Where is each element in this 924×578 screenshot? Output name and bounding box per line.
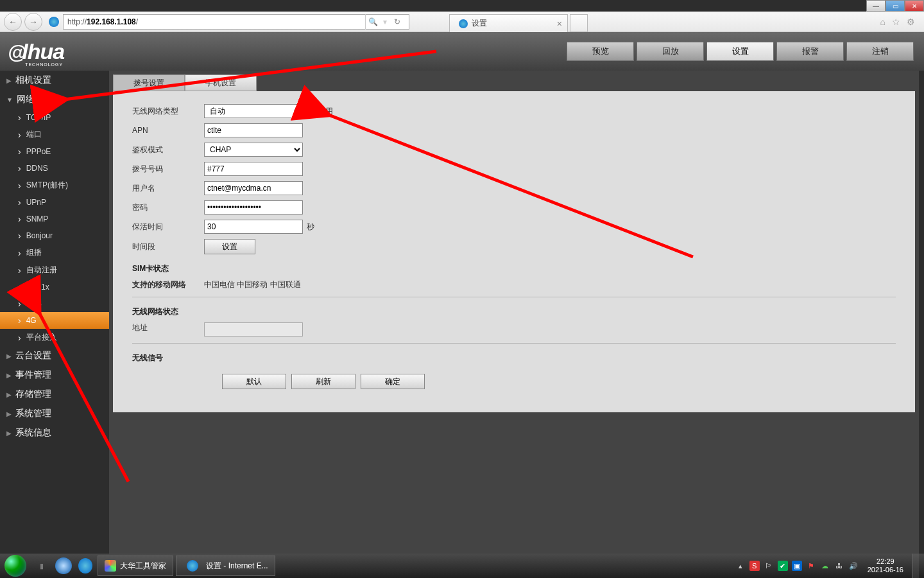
sidebar-item-802.1x[interactable]: 802.1x (0, 279, 109, 295)
taskbar-separator: ▮ (31, 555, 53, 577)
keep-label: 保活时间 (132, 222, 204, 232)
topnav-2[interactable]: 设置 (706, 42, 774, 61)
dial-input[interactable] (204, 162, 303, 176)
auth-select[interactable]: CHAP (204, 143, 303, 157)
sidebar-group-5[interactable]: ▶系统管理 (0, 404, 109, 423)
nav-back-button[interactable]: ← (4, 13, 22, 31)
tray-net-icon[interactable]: 🖧 (834, 561, 844, 571)
tray-sogou-icon[interactable]: S (749, 561, 760, 571)
time-set-button[interactable]: 设置 (204, 239, 255, 254)
task-app2-label: 设置 - Internet E... (206, 561, 268, 572)
tray-up-icon[interactable]: ▴ (735, 561, 746, 571)
sidebar-item-Bonjour[interactable]: Bonjour (0, 227, 109, 244)
url-suffix: / (136, 17, 138, 26)
sidebar-group-1[interactable]: ▼网络设置 (0, 90, 109, 109)
tray-pin-icon[interactable]: ⚑ (806, 561, 816, 571)
gear-icon[interactable]: ⚙ (907, 17, 915, 27)
topnav-1[interactable]: 回放 (637, 42, 704, 61)
tray-action-icon[interactable]: 🏳 (764, 561, 774, 571)
tray-blue-icon[interactable]: ▣ (792, 561, 802, 571)
tray-shield-icon[interactable]: ✔ (778, 561, 788, 571)
maximize-icon: ▭ (893, 3, 898, 10)
keep-unit: 秒 (307, 222, 314, 232)
dahua-logo: lhuaTECHNOLOGY (8, 39, 64, 64)
clock-date: 2021-06-16 (868, 566, 903, 574)
window-minimize-button[interactable]: — (866, 0, 886, 12)
sidebar-item-4G[interactable]: 4G (0, 312, 109, 329)
task-app2[interactable]: 设置 - Internet E... (176, 556, 275, 576)
sidebar-item-UPnP[interactable]: UPnP (0, 194, 109, 211)
tab-close-button[interactable]: × (557, 19, 562, 29)
default-button[interactable]: 默认 (222, 374, 286, 389)
minimize-icon: — (873, 3, 879, 10)
topnav-3[interactable]: 报警 (776, 42, 844, 61)
supported-net-label: 支持的移动网络 (132, 279, 204, 290)
home-icon[interactable]: ⌂ (880, 17, 886, 27)
sidebar-item-QoS[interactable]: QoS (0, 295, 109, 312)
sidebar-item-端口[interactable]: 端口 (0, 126, 109, 143)
new-tab-button[interactable] (570, 14, 588, 32)
net-type-select[interactable]: 自动 (204, 104, 303, 118)
sidebar-item-SNMP[interactable]: SNMP (0, 211, 109, 227)
sim-status-title: SIM卡状态 (132, 263, 896, 274)
sidebar-item-DDNS[interactable]: DDNS (0, 160, 109, 177)
signal-title: 无线信号 (132, 353, 896, 363)
clock-time: 22:29 (868, 557, 903, 566)
sidebar-item-自动注册[interactable]: 自动注册 (0, 261, 109, 279)
addr-label: 地址 (132, 322, 204, 337)
windows-orb-icon (4, 555, 26, 577)
tab-title: 设置 (472, 18, 487, 29)
sidebar-item-平台接入[interactable]: 平台接入 (0, 329, 109, 346)
sidebar-group-2[interactable]: ▶云台设置 (0, 346, 109, 365)
apn-input[interactable] (204, 123, 303, 137)
sidebar: ▶相机设置▼网络设置TCP/IP端口PPPoEDDNSSMTP(邮件)UPnPS… (0, 71, 109, 554)
browser-quick-icon[interactable] (53, 555, 74, 577)
search-icon[interactable]: 🔍 (365, 14, 381, 30)
browser-tab[interactable]: 设置 × (449, 14, 568, 32)
sidebar-group-0[interactable]: ▶相机设置 (0, 71, 109, 90)
sidebar-group-4[interactable]: ▶存储管理 (0, 385, 109, 404)
settings-panel: 无线网络类型 自动 启用 APN 鉴权模式CHAP 拨号号码 用户名 密码 保活… (113, 91, 915, 412)
tray-vol-icon[interactable]: 🔊 (848, 561, 859, 571)
auth-label: 鉴权模式 (132, 144, 204, 155)
supported-net-value: 中国电信 中国移动 中国联通 (204, 279, 301, 290)
addr-value (204, 322, 303, 337)
show-desktop-button[interactable] (912, 554, 919, 578)
enable-label: 启用 (318, 106, 333, 117)
tray-wechat-icon[interactable]: ☁ (820, 561, 830, 571)
sidebar-group-3[interactable]: ▶事件管理 (0, 365, 109, 385)
taskbar: ▮ 大华工具管家 设置 - Internet E... ▴ S 🏳 ✔ ▣ ⚑ … (0, 554, 924, 578)
sidebar-group-6[interactable]: ▶系统信息 (0, 423, 109, 442)
content-tab-1[interactable]: 手机设置 (185, 74, 257, 91)
content-tab-0[interactable]: 拨号设置 (113, 74, 185, 91)
url-prefix: http:// (67, 17, 87, 26)
apn-label: APN (132, 126, 204, 135)
ie-icon (49, 17, 59, 27)
app-header: lhuaTECHNOLOGY 预览回放设置报警注销 (0, 32, 924, 71)
enable-checkbox[interactable] (306, 107, 315, 116)
window-close-button[interactable]: ✕ (905, 0, 924, 12)
nav-forward-button[interactable]: → (24, 13, 42, 31)
start-button[interactable] (0, 554, 31, 578)
ie-icon (459, 19, 468, 28)
topnav-0[interactable]: 预览 (567, 42, 634, 61)
time-label: 时间段 (132, 241, 204, 252)
pass-input[interactable] (204, 200, 303, 215)
refresh-icon[interactable]: ↻ (389, 14, 405, 30)
refresh-button[interactable]: 刷新 (291, 374, 355, 389)
ok-button[interactable]: 确定 (361, 374, 425, 389)
sidebar-item-SMTP(邮件)[interactable]: SMTP(邮件) (0, 177, 109, 194)
main-content: 拨号设置手机设置 无线网络类型 自动 启用 APN 鉴权模式CHAP 拨号号码 … (109, 71, 919, 554)
sidebar-item-PPPoE[interactable]: PPPoE (0, 143, 109, 160)
user-input[interactable] (204, 181, 303, 195)
address-bar[interactable]: http://192.168.1.108/ 🔍 ▾ ↻ (63, 14, 409, 30)
keep-input[interactable] (204, 220, 303, 234)
window-maximize-button[interactable]: ▭ (886, 0, 905, 12)
ie-quick-icon[interactable] (74, 555, 96, 577)
task-app1[interactable]: 大华工具管家 (98, 556, 173, 576)
topnav-4[interactable]: 注销 (846, 42, 914, 61)
taskbar-clock[interactable]: 22:29 2021-06-16 (862, 557, 909, 574)
sidebar-item-组播[interactable]: 组播 (0, 244, 109, 261)
favorite-icon[interactable]: ☆ (892, 17, 900, 27)
sidebar-item-TCP/IP[interactable]: TCP/IP (0, 109, 109, 126)
